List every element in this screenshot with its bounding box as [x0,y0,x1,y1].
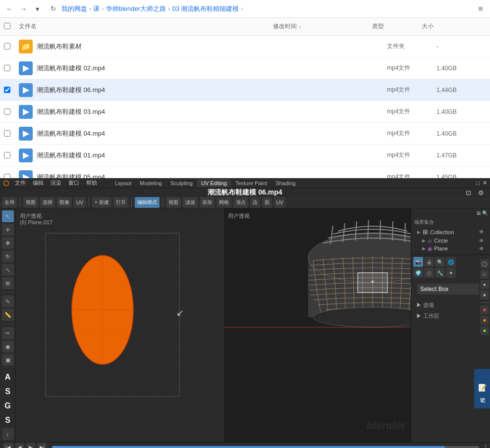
add3d-btn[interactable]: 添加 [200,197,215,208]
open-btn[interactable]: 打开 [113,197,128,208]
file-row[interactable]: ▶ 潮流帆布鞋建模 02.mp4 mp4文件 1.40GB [0,57,490,79]
tool-scale[interactable]: ⤡ [2,264,14,276]
output-props-btn[interactable]: 🖨 [424,257,434,267]
image-btn[interactable]: 图像 [57,197,72,208]
vertex-btn[interactable]: 顶点 [233,197,248,208]
workspace-item[interactable]: ▶ 工作区 [414,311,441,321]
pip-button[interactable]: ⊡ [463,188,473,198]
blender-tab-modeling[interactable]: Modeling [136,179,166,187]
object-props-btn[interactable]: ◻ [424,268,434,278]
global-btn[interactable]: 全局 [2,197,17,208]
plane-visibility-icon[interactable]: 👁 [479,246,484,251]
tool-select[interactable]: ↖ [2,210,14,222]
file-name-1: 潮流帆布鞋素材 [37,42,288,51]
uv3d-btn[interactable]: UV [274,197,286,208]
frame-prev-btn[interactable]: ◀ [15,443,24,448]
row-checkbox-6[interactable] [4,152,10,158]
nav-menu-button[interactable]: ≡ [475,3,486,14]
color-btn-red[interactable]: ■ [480,305,489,314]
tool-cursor[interactable]: ✛ [2,224,14,236]
visibility-icon[interactable]: 👁 [479,229,484,235]
back-button[interactable]: ← [4,3,15,14]
row-checkbox-5[interactable] [4,130,10,137]
blender-menu-file[interactable]: 文件 [12,178,29,188]
file-row[interactable]: ▶ 潮流帆布鞋建模 04.mp4 mp4文件 1.40GB [0,123,490,145]
tool-move[interactable]: ✥ [2,237,14,249]
breadcrumb-home[interactable]: 我的网盘 [61,4,87,13]
uv-viewport[interactable]: 用户透视 (6) Plane.017 [16,208,224,442]
tool-measure[interactable]: 📏 [2,309,14,321]
dropdown-button[interactable]: ▾ [32,3,43,14]
fullscreen-btn-blender[interactable]: □ [476,180,480,186]
add-btn[interactable]: + 新建 [92,197,111,208]
3d-viewport[interactable]: 用户透视 [224,208,411,442]
timeline-progress[interactable] [52,446,479,448]
move-icon[interactable]: ↕ [2,428,14,440]
tool-bisect[interactable]: ◉ [2,341,14,352]
select-btn[interactable]: 选择 [40,197,55,208]
color-btn-green[interactable]: ■ [480,326,489,335]
tool-knife[interactable]: ✂ [2,327,14,339]
circle-visibility-icon[interactable]: 👁 [479,238,484,244]
filter-btn[interactable]: 滤波 [183,197,198,208]
tool-transform[interactable]: ⊞ [2,277,14,289]
modifier-props-btn[interactable]: 🔧 [435,268,445,278]
file-row[interactable]: 📁 潮流帆布鞋素材 文件夹 - [0,36,490,57]
refresh-button[interactable]: ↻ [48,3,58,14]
column-modified-header[interactable]: 修改时间 ↓ [273,22,372,31]
options-item[interactable]: ▶ 选项 [414,300,436,310]
view-btn[interactable]: 视图 [23,197,38,208]
tool-annotate[interactable]: ✎ [2,296,14,307]
breadcrumb-blender[interactable]: 华帅blender大师之路 [106,4,166,13]
file-row[interactable]: ▶ 潮流帆布鞋建模 01.mp4 mp4文件 1.47GB [0,145,490,166]
blender-tab-texture-paint[interactable]: Texture Paint [231,179,271,187]
viewport-solid-btn[interactable]: ● [480,280,489,289]
scene-item-plane[interactable]: ▶ ▣ Plane 👁 [414,245,487,252]
scene-item-collection[interactable]: ▶ ⊞ Collection 👁 [414,227,487,237]
frame-next-btn[interactable]: ▶| [37,443,48,448]
breadcrumb-current[interactable]: 03 潮流帆布鞋精细建模 [172,4,239,13]
blender-tab-shading[interactable]: Shading [272,179,299,187]
view-props-btn[interactable]: 🔍 [435,257,445,267]
particles-props-btn[interactable]: ✦ [446,268,456,278]
rpanel-search-btn[interactable]: 🔍 [482,210,488,216]
render-props-btn[interactable]: 📷 [413,257,423,267]
frame-start-btn[interactable]: |◀ [3,443,13,448]
face-btn[interactable]: 面 [262,197,272,208]
scene-item-circle[interactable]: ▶ ◎ Circle 👁 [414,237,487,245]
blender-menu-render[interactable]: 渲染 [48,178,64,188]
blender-menu-edit[interactable]: 编辑 [30,178,47,188]
viewport-rendered-btn[interactable]: ★ [480,291,489,299]
settings-icon[interactable]: ⚙ [476,188,486,198]
blender-tab-uv-editing[interactable]: UV Editing [197,179,231,187]
breadcrumb-courses[interactable]: 课 [93,4,100,13]
blender-menu-window[interactable]: 窗口 [65,178,82,188]
uv-btn[interactable]: UV [74,197,86,208]
view3d-btn[interactable]: 视图 [166,197,181,208]
forward-button[interactable]: → [18,3,29,14]
row-checkbox-2[interactable] [4,65,10,71]
edge-btn[interactable]: 边 [250,197,260,208]
rpanel-icon-btn[interactable]: ⊞ [477,210,481,216]
viewport-shade-btn[interactable]: ◯ [480,259,489,268]
row-checkbox-1[interactable] [4,43,10,50]
frame-play-btn[interactable]: ▶ [26,443,35,448]
select-all-checkbox[interactable] [4,23,10,29]
close-btn-blender[interactable]: ✕ [483,180,487,186]
row-checkbox-4[interactable] [4,108,10,115]
scene-props-btn[interactable]: 🌐 [446,257,456,267]
blender-menu-help[interactable]: 帮助 [83,178,100,188]
row-checkbox-3[interactable] [4,87,10,93]
color-btn-orange[interactable]: ■ [480,316,489,325]
blender-tab-sculpting[interactable]: Sculpting [166,179,197,187]
viewport-wire-btn[interactable]: □ [480,270,489,279]
edit-mode-btn[interactable]: 编辑模式 [135,197,160,208]
blender-tab-layout[interactable]: Layout [111,179,135,187]
world-props-btn[interactable]: 🌍 [413,268,423,278]
tool-loopcut[interactable]: ▣ [2,354,14,366]
file-row-selected[interactable]: ▶ 潮流帆布鞋建模 06.mp4 mp4文件 1.44GB [0,79,490,101]
notepad-button[interactable]: 📝 笔记 [474,369,490,408]
file-row[interactable]: ▶ 潮流帆布鞋建模 03.mp4 mp4文件 1.40GB [0,101,490,123]
mesh-btn[interactable]: 网格 [217,197,231,208]
tool-rotate[interactable]: ↻ [2,250,14,262]
